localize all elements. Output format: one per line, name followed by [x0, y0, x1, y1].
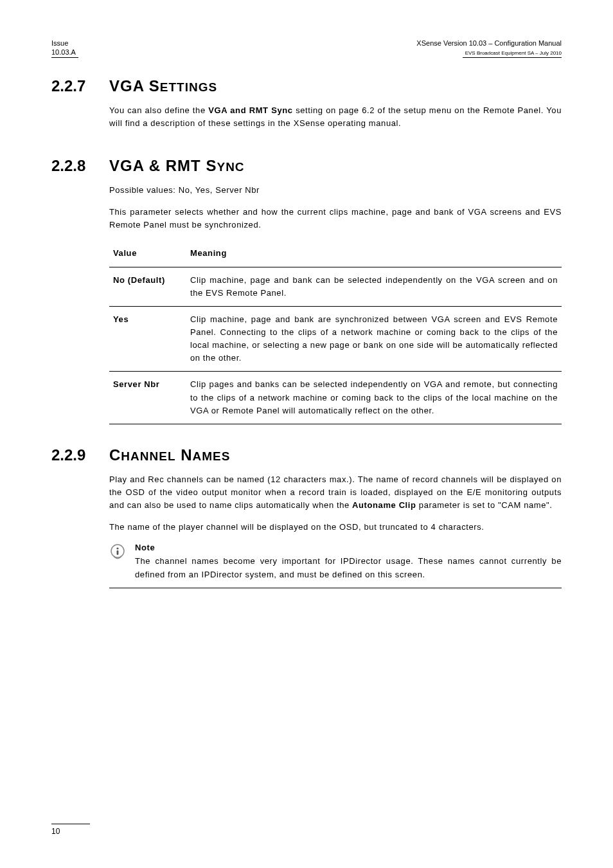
table-cell-meaning: Clip machine, page and bank are synchron…: [186, 306, 562, 372]
header-issue-number: 10.03.A: [51, 48, 78, 57]
header-doc-sub: EVS Broadcast Equipment SA – July 2010: [463, 50, 562, 57]
section-title-smallcaps: AMES: [193, 449, 231, 463]
note-icon: [109, 543, 127, 581]
section-title-main: N: [176, 446, 193, 464]
section-title-main: VGA S: [109, 77, 160, 95]
table-cell-meaning: Clip pages and banks can be selected ind…: [186, 372, 562, 424]
section-number: 2.2.7: [51, 77, 109, 139]
text-bold: VGA and RMT Sync: [208, 105, 292, 115]
section-number: 2.2.8: [51, 157, 109, 424]
section-title-smallcaps: HANNEL: [121, 449, 175, 463]
section-number: 2.2.9: [51, 446, 109, 588]
table-cell-value: No (Default): [109, 267, 186, 306]
header-issue-label: Issue: [51, 39, 78, 48]
table-row: Server Nbr Clip pages and banks can be s…: [109, 372, 562, 424]
section-title-main: C: [109, 446, 121, 464]
page-header: Issue 10.03.A XSense Version 10.03 – Con…: [51, 39, 562, 58]
section-title-smallcaps: YNC: [217, 160, 244, 174]
page-footer: 10: [51, 824, 90, 836]
header-doc-title: XSense Version 10.03 – Configuration Man…: [416, 39, 562, 48]
text-run: You can also define the: [109, 105, 208, 115]
section-title: CHANNEL NAMES: [109, 446, 562, 464]
table-row: No (Default) Clip machine, page and bank…: [109, 267, 562, 306]
page-number: 10: [51, 827, 60, 836]
section-paragraph: Possible values: No, Yes, Server Nbr: [109, 184, 562, 197]
section-title: VGA SETTINGS: [109, 77, 562, 95]
header-right: XSense Version 10.03 – Configuration Man…: [416, 39, 562, 58]
section-2-2-7: 2.2.7 VGA SETTINGS You can also define t…: [51, 77, 562, 139]
note-body-text: The channel names become very important …: [135, 555, 562, 581]
note-block: Note The channel names become very impor…: [109, 543, 562, 588]
svg-rect-2: [117, 550, 119, 555]
note-title: Note: [135, 543, 562, 552]
table-cell-value: Yes: [109, 306, 186, 372]
section-paragraph: The name of the player channel will be d…: [109, 521, 562, 534]
section-title: VGA & RMT SYNC: [109, 157, 562, 175]
text-bold: Autoname Clip: [352, 500, 416, 510]
section-paragraph: This parameter selects whether and how t…: [109, 206, 562, 231]
table-row: Yes Clip machine, page and bank are sync…: [109, 306, 562, 372]
table-cell-value: Server Nbr: [109, 372, 186, 424]
value-meaning-table: Value Meaning No (Default) Clip machine,…: [109, 240, 562, 424]
section-paragraph: You can also define the VGA and RMT Sync…: [109, 104, 562, 130]
svg-point-1: [116, 548, 118, 550]
footer-rule: [51, 824, 90, 824]
section-paragraph: Play and Rec channels can be named (12 c…: [109, 473, 562, 512]
section-title-main: VGA & RMT S: [109, 157, 217, 174]
table-cell-meaning: Clip machine, page and bank can be selec…: [186, 267, 562, 306]
section-2-2-9: 2.2.9 CHANNEL NAMES Play and Rec channel…: [51, 446, 562, 588]
table-header-value: Value: [109, 240, 186, 267]
section-2-2-8: 2.2.8 VGA & RMT SYNC Possible values: No…: [51, 157, 562, 424]
section-title-smallcaps: ETTINGS: [160, 80, 217, 94]
text-run: parameter is set to "CAM name".: [416, 500, 553, 510]
table-header-meaning: Meaning: [186, 240, 562, 267]
header-left: Issue 10.03.A: [51, 39, 78, 58]
